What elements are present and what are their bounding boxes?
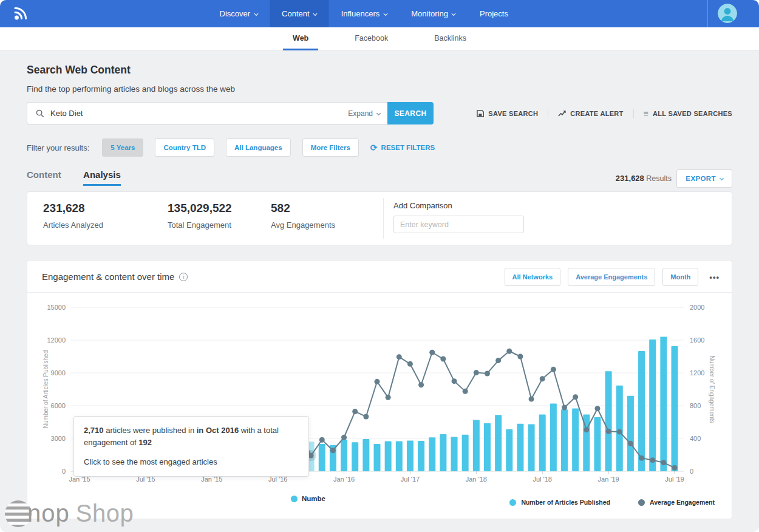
results-suffix: Results (646, 174, 672, 183)
chart-point[interactable] (452, 378, 457, 384)
chart-bar[interactable] (319, 444, 325, 471)
chart-point[interactable] (463, 389, 468, 394)
chart-point[interactable] (386, 395, 391, 400)
tooltip-engagement-value: 192 (138, 438, 152, 447)
tab-backlinks[interactable]: Backlinks (424, 27, 476, 50)
chart-bar[interactable] (561, 409, 568, 471)
chart-bar[interactable] (418, 441, 424, 471)
filter-more[interactable]: More Filters (302, 138, 359, 157)
search-button[interactable]: SEARCH (387, 102, 434, 124)
chart-point[interactable] (584, 427, 589, 432)
axis-tick-label: 9000 (51, 369, 66, 377)
chart-point[interactable] (440, 356, 446, 362)
chart-bar[interactable] (594, 417, 601, 471)
chart-point[interactable] (495, 358, 501, 363)
create-alert-button[interactable]: CREATE ALERT (558, 110, 623, 117)
chart-point[interactable] (506, 349, 512, 354)
nav-item-influencers[interactable]: Influencers (329, 0, 400, 27)
chart-point[interactable] (606, 429, 611, 434)
chart-bar[interactable] (451, 437, 458, 471)
chart-point[interactable] (330, 448, 336, 453)
chart-bar[interactable] (341, 440, 347, 471)
chart-point[interactable] (363, 414, 369, 419)
chart-point[interactable] (375, 379, 380, 384)
chart-point[interactable] (341, 435, 347, 440)
chart-bar[interactable] (638, 351, 645, 471)
chart-point[interactable] (650, 457, 655, 463)
nav-item-monitoring[interactable]: Monitoring (399, 0, 468, 27)
chart-point[interactable] (562, 404, 567, 410)
chart-bar[interactable] (396, 442, 403, 472)
more-options-icon[interactable]: ••• (706, 270, 723, 284)
user-avatar[interactable] (718, 4, 737, 23)
export-button[interactable]: EXPORT (676, 169, 732, 188)
chart-point[interactable] (485, 370, 490, 376)
chart-bar[interactable] (517, 424, 523, 471)
nav-item-discover[interactable]: Discover (208, 0, 270, 27)
chart-point[interactable] (672, 465, 678, 471)
chart-bar[interactable] (352, 442, 358, 471)
chart-bar[interactable] (550, 403, 557, 471)
interval-filter-button[interactable]: Month (662, 268, 698, 286)
chart-bar[interactable] (539, 414, 546, 471)
nav-item-projects[interactable]: Projects (468, 0, 520, 27)
chart-bar[interactable] (528, 425, 535, 471)
chart-bar[interactable] (407, 441, 414, 471)
filter-country-tld[interactable]: Country TLD (155, 138, 214, 157)
chart-bar[interactable] (495, 415, 502, 471)
chart-bar[interactable] (462, 435, 469, 471)
nav-item-content[interactable]: Content (270, 0, 329, 27)
tab-facebook[interactable]: Facebook (345, 27, 398, 50)
chart-point[interactable] (407, 361, 413, 367)
networks-filter-button[interactable]: All Networks (505, 268, 561, 286)
comparison-keyword-input[interactable] (393, 216, 524, 233)
tab-web[interactable]: Web (283, 27, 318, 50)
chart-bar[interactable] (649, 339, 656, 471)
legend-item-engagement[interactable]: Average Engagement (638, 499, 715, 506)
chart-point[interactable] (429, 350, 435, 355)
chart-point[interactable] (551, 367, 556, 372)
chart-bar[interactable] (572, 409, 579, 472)
chart-bar[interactable] (440, 434, 446, 471)
chart-bar[interactable] (672, 346, 678, 471)
save-search-button[interactable]: SAVE SEARCH (477, 110, 538, 117)
tab-analysis[interactable]: Analysis (83, 169, 121, 186)
chart-bar[interactable] (374, 444, 381, 471)
chart-point[interactable] (617, 429, 622, 435)
expand-toggle[interactable]: Expand (348, 109, 380, 118)
chart-bar[interactable] (429, 437, 435, 471)
metric-filter-button[interactable]: Average Engagements (568, 268, 655, 286)
chart-point[interactable] (661, 460, 666, 465)
chart-bar[interactable] (616, 386, 623, 471)
tooltip-cta[interactable]: Click to see the most engaged articles (84, 456, 299, 468)
chart-bar[interactable] (385, 442, 392, 472)
chart-point[interactable] (352, 409, 358, 414)
reset-filters-button[interactable]: ⟳ RESET FILTERS (370, 143, 435, 152)
chart-bar[interactable] (605, 371, 612, 471)
info-icon[interactable]: i (179, 273, 188, 281)
chart-point[interactable] (474, 370, 479, 375)
chart-bar[interactable] (627, 396, 634, 471)
chart-point[interactable] (418, 382, 424, 387)
tab-content-results[interactable]: Content (27, 169, 61, 186)
all-saved-searches-button[interactable]: ≡ ALL SAVED SEARCHES (644, 109, 732, 118)
chart-bar[interactable] (660, 337, 667, 471)
chart-bar[interactable] (473, 420, 480, 471)
chart-point[interactable] (628, 441, 633, 446)
legend-item-articles[interactable]: Number of Articles Published (509, 499, 610, 506)
chart-bar[interactable] (506, 429, 512, 471)
chart-point[interactable] (639, 455, 644, 461)
chart-bar[interactable] (362, 439, 369, 471)
chart-point[interactable] (573, 394, 578, 400)
chart-point[interactable] (540, 376, 545, 381)
chart-point[interactable] (529, 397, 534, 402)
chart-point[interactable] (397, 354, 402, 360)
filter-languages[interactable]: All Languages (226, 138, 291, 157)
filter-date-range[interactable]: 5 Years (102, 138, 143, 157)
search-input[interactable]: Keto Diet Expand (27, 102, 387, 124)
chart-point[interactable] (594, 406, 600, 411)
chart-point[interactable] (319, 437, 325, 443)
app-logo-icon[interactable] (11, 5, 29, 23)
chart-point[interactable] (517, 354, 523, 360)
chart-bar[interactable] (484, 423, 491, 471)
